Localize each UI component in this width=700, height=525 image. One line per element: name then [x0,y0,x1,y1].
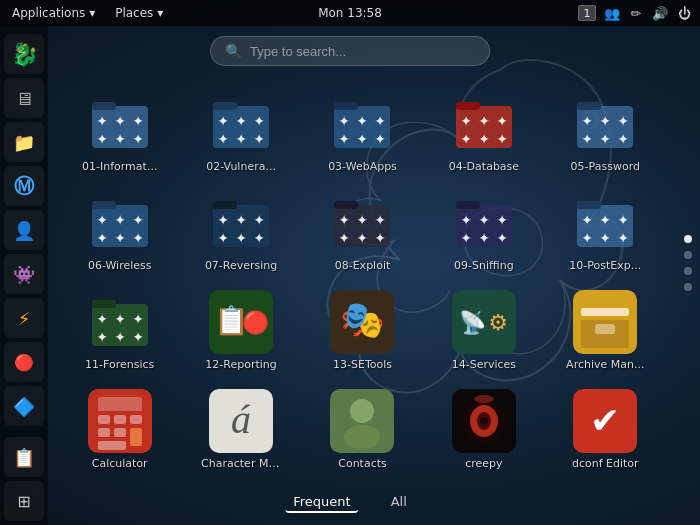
app-icon-calculator[interactable]: Calculator [63,383,176,474]
app-icon-img-06-wireless: ✦✦✦✦✦✦ [88,191,152,255]
svg-text:✦: ✦ [253,230,265,246]
app-icon-12-reporting[interactable]: 📋 🔴 12-Reporting [184,284,297,375]
app-icon-label-dconf: dconf Editor [572,457,639,470]
app-icon-img-archive [573,290,637,354]
svg-text:✦: ✦ [114,311,126,327]
app-icon-label-charmap: Character Map [201,457,281,470]
svg-text:✦: ✦ [581,212,593,228]
svg-rect-34 [577,102,601,110]
sidebar-item-notes[interactable]: 📋 [4,437,44,477]
app-icon-03-webapps[interactable]: ✦✦✦✦✦✦ 03-WebApps [306,86,419,177]
app-icon-05-password[interactable]: ✦✦✦✦✦✦ 05-Password [549,86,662,177]
app-icon-label-archive: Archive Man... [566,358,644,371]
app-icon-11-forensics[interactable]: ✦✦✦✦✦✦ 11-Forensics [63,284,176,375]
app-icon-06-wireless[interactable]: ✦✦✦✦✦✦ 06-Wireless [63,185,176,276]
svg-rect-102 [98,397,142,411]
app-icon-01-information[interactable]: ✦✦✦✦✦✦ 01-Informat... [63,86,176,177]
svg-rect-103 [98,415,110,424]
tab-all[interactable]: All [383,492,415,513]
svg-text:✦: ✦ [114,131,126,147]
power-icon[interactable]: ⏻ [676,5,692,21]
app-icon-img-calculator [88,389,152,453]
svg-rect-106 [98,428,110,437]
app-icon-img-14-services: 📡 ⚙ [452,290,516,354]
svg-text:✦: ✦ [460,113,472,129]
app-icon-10-postexp[interactable]: ✦✦✦✦✦✦ 10-PostExp... [549,185,662,276]
svg-text:✦: ✦ [114,230,126,246]
sidebar-item-metasploit[interactable]: Ⓜ [4,166,44,206]
page-dot-2[interactable] [684,251,692,259]
app-icon-04-database[interactable]: ✦✦✦✦✦✦ 04-Database [427,86,540,177]
applications-menu[interactable]: Applications ▾ [8,6,99,20]
bottom-tabs: Frequent All [285,492,415,513]
app-icon-14-services[interactable]: 📡 ⚙ 14-Services [427,284,540,375]
app-icon-label-contacts: Contacts [338,457,387,470]
svg-rect-18 [334,102,358,110]
app-icon-contacts[interactable]: Contacts [306,383,419,474]
app-icon-label-calculator: Calculator [92,457,148,470]
svg-rect-107 [114,428,126,437]
sidebar-item-files[interactable]: 📁 [4,122,44,162]
sidebar: 🐉 🖥 📁 Ⓜ 👤 👾 ⚡ 🔴 🔷 📋 ⊞ [0,26,48,525]
svg-text:✦: ✦ [114,113,126,129]
sidebar-item-zaproxy[interactable]: 👾 [4,254,44,294]
svg-text:✦: ✦ [235,131,247,147]
app-icon-creepy[interactable]: creepy [427,383,540,474]
svg-point-114 [344,425,380,449]
app-icon-label-06-wireless: 06-Wireless [88,259,152,272]
workspace-indicator[interactable]: 1 [578,5,596,21]
page-dot-1[interactable] [684,235,692,243]
search-input[interactable] [250,44,475,59]
sidebar-item-grid[interactable]: ⊞ [4,481,44,521]
svg-text:✦: ✦ [96,329,108,345]
svg-text:✦: ✦ [217,230,229,246]
svg-text:✦: ✦ [617,131,629,147]
app-icon-dconf[interactable]: ✔ dconf Editor [549,383,662,474]
volume-icon[interactable]: 🔊 [652,5,668,21]
sidebar-item-terminal[interactable]: 🖥 [4,78,44,118]
svg-text:✦: ✦ [617,230,629,246]
svg-text:📡: 📡 [458,309,486,336]
app-icon-img-09-sniffing: ✦✦✦✦✦✦ [452,191,516,255]
app-icon-02-vulnerability[interactable]: ✦✦✦✦✦✦ 02-Vulnera... [184,86,297,177]
svg-text:✦: ✦ [581,131,593,147]
pagination [684,235,692,291]
page-dot-3[interactable] [684,267,692,275]
app-icon-13-setools[interactable]: 🎭 13-SETools [306,284,419,375]
app-icon-08-exploit[interactable]: ✦✦✦✦✦✦ 08-Exploit [306,185,419,276]
page-dot-4[interactable] [684,283,692,291]
sidebar-item-avatar[interactable]: 👤 [4,210,44,250]
places-menu[interactable]: Places ▾ [111,6,167,20]
screenshot-icon: ✏ [628,5,644,21]
svg-rect-109 [98,441,126,450]
app-icon-img-creepy [452,389,516,453]
svg-rect-104 [114,415,126,424]
sidebar-item-beef[interactable]: 🔷 [4,386,44,426]
svg-text:✦: ✦ [599,212,611,228]
search-bar[interactable]: 🔍 [210,36,490,66]
svg-text:✦: ✦ [132,230,144,246]
app-icon-img-05-password: ✦✦✦✦✦✦ [573,92,637,156]
sidebar-item-lightning[interactable]: ⚡ [4,298,44,338]
svg-rect-74 [577,201,601,209]
svg-text:✦: ✦ [496,131,508,147]
svg-text:✦: ✦ [496,113,508,129]
sidebar-item-burp[interactable]: 🔴 [4,342,44,382]
sidebar-item-kali[interactable]: 🐉 [4,34,44,74]
svg-rect-66 [456,201,480,209]
app-icon-07-reversing[interactable]: ✦✦✦✦✦✦ 07-Reversing [184,185,297,276]
svg-text:✦: ✦ [339,230,351,246]
app-icon-label-01-information: 01-Informat... [82,160,157,173]
app-icon-label-10-postexp: 10-PostExp... [569,259,641,272]
svg-text:✦: ✦ [357,113,369,129]
topbar: Applications ▾ Places ▾ Mon 13:58 1 👥 ✏ … [0,0,700,26]
app-icon-09-sniffing[interactable]: ✦✦✦✦✦✦ 09-Sniffing [427,185,540,276]
svg-text:✦: ✦ [339,113,351,129]
svg-text:✦: ✦ [132,212,144,228]
app-icon-label-creepy: creepy [465,457,502,470]
svg-text:✦: ✦ [96,212,108,228]
svg-text:✦: ✦ [114,329,126,345]
tab-frequent[interactable]: Frequent [285,492,358,513]
app-icon-archive[interactable]: Archive Man... [549,284,662,375]
app-icon-charmap[interactable]: á Character Map [184,383,297,474]
